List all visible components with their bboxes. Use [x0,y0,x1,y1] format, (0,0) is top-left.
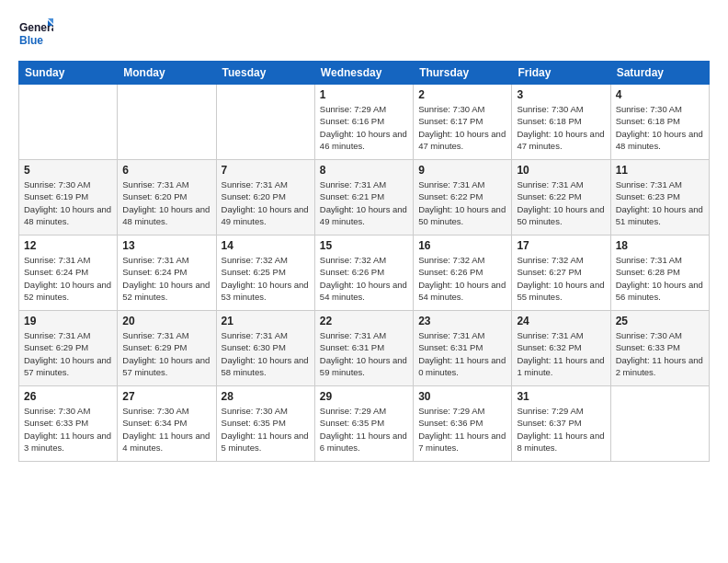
day-number: 8 [320,164,408,177]
day-number: 16 [418,239,506,252]
day-info: Sunrise: 7:30 AM Sunset: 6:34 PM Dayligh… [122,405,210,454]
day-number: 10 [517,164,605,177]
calendar-cell: 1Sunrise: 7:29 AM Sunset: 6:16 PM Daylig… [314,85,413,160]
calendar-cell: 17Sunrise: 7:32 AM Sunset: 6:27 PM Dayli… [512,236,610,311]
day-number: 20 [122,315,210,327]
logo-svg: General Blue [18,17,53,52]
day-info: Sunrise: 7:32 AM Sunset: 6:27 PM Dayligh… [517,254,605,303]
calendar-cell: 30Sunrise: 7:29 AM Sunset: 6:36 PM Dayli… [414,386,512,462]
calendar-cell: 16Sunrise: 7:32 AM Sunset: 6:26 PM Dayli… [414,236,512,311]
calendar-week-4: 19Sunrise: 7:31 AM Sunset: 6:29 PM Dayli… [19,311,710,386]
day-info: Sunrise: 7:29 AM Sunset: 6:16 PM Dayligh… [320,103,408,152]
calendar-cell: 25Sunrise: 7:30 AM Sunset: 6:33 PM Dayli… [610,311,709,386]
calendar-cell: 15Sunrise: 7:32 AM Sunset: 6:26 PM Dayli… [314,236,413,311]
weekday-header-saturday: Saturday [610,62,709,85]
day-number: 25 [616,315,704,327]
day-info: Sunrise: 7:30 AM Sunset: 6:35 PM Dayligh… [222,405,310,454]
day-number: 18 [616,239,704,252]
calendar-cell: 6Sunrise: 7:31 AM Sunset: 6:20 PM Daylig… [118,160,216,236]
calendar-week-3: 12Sunrise: 7:31 AM Sunset: 6:24 PM Dayli… [19,236,710,311]
page: General Blue SundayMondayTuesdayWednesda… [0,0,728,563]
calendar-cell: 22Sunrise: 7:31 AM Sunset: 6:31 PM Dayli… [314,311,413,386]
calendar-cell: 9Sunrise: 7:31 AM Sunset: 6:22 PM Daylig… [414,160,512,236]
calendar-cell: 13Sunrise: 7:31 AM Sunset: 6:24 PM Dayli… [118,236,216,311]
day-number: 4 [616,88,704,101]
day-info: Sunrise: 7:31 AM Sunset: 6:29 PM Dayligh… [24,329,112,378]
header: General Blue [18,17,710,52]
calendar-cell: 27Sunrise: 7:30 AM Sunset: 6:34 PM Dayli… [118,386,216,462]
day-number: 26 [24,390,112,403]
day-number: 29 [320,390,408,403]
calendar-cell: 21Sunrise: 7:31 AM Sunset: 6:30 PM Dayli… [216,311,314,386]
day-number: 12 [24,239,112,252]
day-number: 14 [222,239,310,252]
calendar-header-row: SundayMondayTuesdayWednesdayThursdayFrid… [19,62,710,85]
calendar-cell: 11Sunrise: 7:31 AM Sunset: 6:23 PM Dayli… [610,160,709,236]
calendar-cell: 29Sunrise: 7:29 AM Sunset: 6:35 PM Dayli… [314,386,413,462]
day-info: Sunrise: 7:31 AM Sunset: 6:32 PM Dayligh… [517,329,605,378]
day-number: 9 [418,164,506,177]
calendar-cell: 19Sunrise: 7:31 AM Sunset: 6:29 PM Dayli… [19,311,118,386]
weekday-header-monday: Monday [118,62,216,85]
day-info: Sunrise: 7:31 AM Sunset: 6:29 PM Dayligh… [122,329,210,378]
day-info: Sunrise: 7:31 AM Sunset: 6:28 PM Dayligh… [616,254,704,303]
weekday-header-friday: Friday [512,62,610,85]
day-info: Sunrise: 7:31 AM Sunset: 6:20 PM Dayligh… [122,178,210,227]
day-info: Sunrise: 7:29 AM Sunset: 6:35 PM Dayligh… [320,405,408,454]
calendar-cell: 12Sunrise: 7:31 AM Sunset: 6:24 PM Dayli… [19,236,118,311]
day-number: 17 [517,239,605,252]
day-number: 6 [122,164,210,177]
weekday-header-sunday: Sunday [19,62,118,85]
day-number: 15 [320,239,408,252]
day-number: 1 [320,88,408,101]
calendar-cell: 5Sunrise: 7:30 AM Sunset: 6:19 PM Daylig… [19,160,118,236]
day-info: Sunrise: 7:31 AM Sunset: 6:21 PM Dayligh… [320,178,408,227]
day-info: Sunrise: 7:31 AM Sunset: 6:23 PM Dayligh… [616,178,704,227]
calendar-cell [610,386,709,462]
day-info: Sunrise: 7:31 AM Sunset: 6:22 PM Dayligh… [418,178,506,227]
logo: General Blue [18,17,53,52]
day-number: 24 [517,315,605,327]
day-info: Sunrise: 7:30 AM Sunset: 6:33 PM Dayligh… [24,405,112,454]
calendar-week-2: 5Sunrise: 7:30 AM Sunset: 6:19 PM Daylig… [19,160,710,236]
weekday-header-tuesday: Tuesday [216,62,314,85]
calendar-cell: 4Sunrise: 7:30 AM Sunset: 6:18 PM Daylig… [610,85,709,160]
day-info: Sunrise: 7:29 AM Sunset: 6:36 PM Dayligh… [418,405,506,454]
day-info: Sunrise: 7:31 AM Sunset: 6:22 PM Dayligh… [517,178,605,227]
calendar-cell: 10Sunrise: 7:31 AM Sunset: 6:22 PM Dayli… [512,160,610,236]
day-info: Sunrise: 7:31 AM Sunset: 6:20 PM Dayligh… [222,178,310,227]
day-number: 19 [24,315,112,327]
calendar-week-5: 26Sunrise: 7:30 AM Sunset: 6:33 PM Dayli… [19,386,710,462]
calendar-table: SundayMondayTuesdayWednesdayThursdayFrid… [18,61,710,462]
calendar-cell: 20Sunrise: 7:31 AM Sunset: 6:29 PM Dayli… [118,311,216,386]
calendar-cell: 24Sunrise: 7:31 AM Sunset: 6:32 PM Dayli… [512,311,610,386]
calendar-cell: 26Sunrise: 7:30 AM Sunset: 6:33 PM Dayli… [19,386,118,462]
day-info: Sunrise: 7:30 AM Sunset: 6:19 PM Dayligh… [24,178,112,227]
calendar-cell: 18Sunrise: 7:31 AM Sunset: 6:28 PM Dayli… [610,236,709,311]
day-info: Sunrise: 7:31 AM Sunset: 6:24 PM Dayligh… [24,254,112,303]
calendar-cell [118,85,216,160]
calendar-cell: 7Sunrise: 7:31 AM Sunset: 6:20 PM Daylig… [216,160,314,236]
calendar-cell: 31Sunrise: 7:29 AM Sunset: 6:37 PM Dayli… [512,386,610,462]
calendar-cell: 28Sunrise: 7:30 AM Sunset: 6:35 PM Dayli… [216,386,314,462]
day-info: Sunrise: 7:30 AM Sunset: 6:17 PM Dayligh… [418,103,506,152]
day-info: Sunrise: 7:30 AM Sunset: 6:33 PM Dayligh… [616,329,704,378]
day-number: 21 [222,315,310,327]
calendar-cell [216,85,314,160]
day-info: Sunrise: 7:31 AM Sunset: 6:31 PM Dayligh… [418,329,506,378]
calendar-cell: 23Sunrise: 7:31 AM Sunset: 6:31 PM Dayli… [414,311,512,386]
svg-text:Blue: Blue [19,34,43,47]
day-number: 2 [418,88,506,101]
day-info: Sunrise: 7:32 AM Sunset: 6:25 PM Dayligh… [222,254,310,303]
day-info: Sunrise: 7:31 AM Sunset: 6:30 PM Dayligh… [222,329,310,378]
weekday-header-wednesday: Wednesday [314,62,413,85]
day-number: 11 [616,164,704,177]
day-info: Sunrise: 7:31 AM Sunset: 6:24 PM Dayligh… [122,254,210,303]
day-info: Sunrise: 7:29 AM Sunset: 6:37 PM Dayligh… [517,405,605,454]
calendar-week-1: 1Sunrise: 7:29 AM Sunset: 6:16 PM Daylig… [19,85,710,160]
day-info: Sunrise: 7:32 AM Sunset: 6:26 PM Dayligh… [320,254,408,303]
day-info: Sunrise: 7:32 AM Sunset: 6:26 PM Dayligh… [418,254,506,303]
day-number: 22 [320,315,408,327]
day-info: Sunrise: 7:30 AM Sunset: 6:18 PM Dayligh… [616,103,704,152]
day-number: 23 [418,315,506,327]
